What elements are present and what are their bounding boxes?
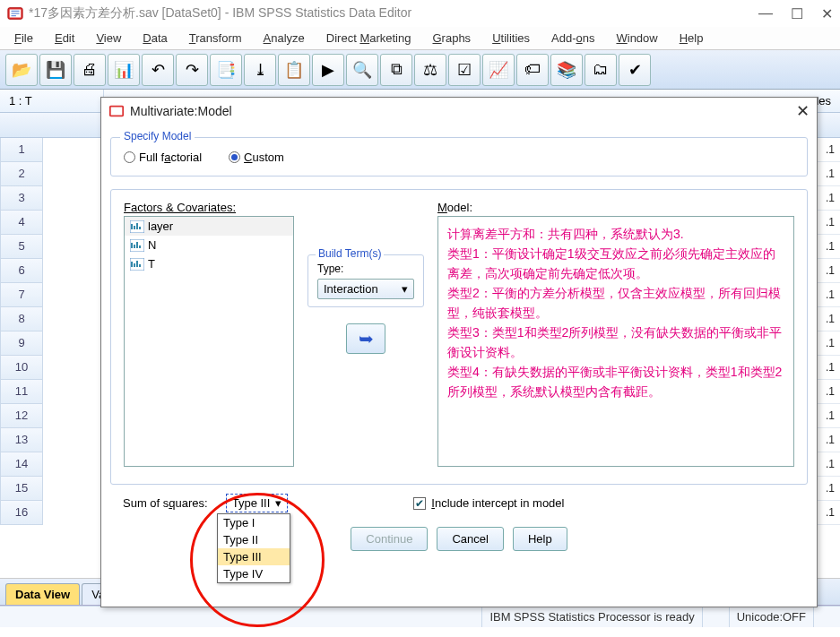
factors-listbox[interactable]: layerNT <box>124 216 294 467</box>
row-header[interactable]: 16 <box>0 501 43 525</box>
model-listbox[interactable]: 计算离差平方和：共有四种，系统默认为3.类型1：平衡设计确定1级交互效应之前必须… <box>437 216 794 467</box>
specify-model-label: Specify Model <box>120 130 195 142</box>
status-unicode: Unicode:OFF <box>729 607 813 627</box>
row-header[interactable]: 3 <box>0 186 43 211</box>
multivariate-model-dialog: Multivariate:Model ✕ Specify Model Full … <box>100 97 818 607</box>
build-terms-label: Build Term(s) <box>316 247 384 260</box>
variables-icon[interactable]: 📋 <box>278 54 310 86</box>
chevron-down-icon: ▾ <box>402 282 408 296</box>
row-header[interactable]: 12 <box>0 404 43 428</box>
menu-direct-marketing[interactable]: Direct Marketing <box>317 30 420 47</box>
row-header[interactable]: 14 <box>0 452 43 477</box>
factor-item[interactable]: layer <box>125 217 293 236</box>
sum-option[interactable]: Type I <box>218 514 290 531</box>
chevron-down-icon: ▾ <box>275 496 281 510</box>
find-icon[interactable]: 🔍 <box>346 54 378 86</box>
specify-model-group: Specify Model Full factorial Custom <box>110 137 808 176</box>
row-header[interactable]: 9 <box>0 331 43 356</box>
window-titlebar: *17多因素方差分析.sav [DataSet0] - IBM SPSS Sta… <box>0 0 840 27</box>
radio-full-factorial[interactable]: Full factorial <box>124 151 202 164</box>
radio-custom[interactable]: Custom <box>229 151 284 164</box>
select-icon[interactable]: ☑ <box>448 54 481 86</box>
help-button[interactable]: Help <box>513 527 567 551</box>
menu-data[interactable]: Data <box>134 30 176 47</box>
menu-file[interactable]: File <box>5 30 42 47</box>
recall-icon[interactable]: 📊 <box>108 54 140 86</box>
use-sets-icon[interactable]: 📚 <box>550 54 583 86</box>
row-header[interactable]: 15 <box>0 477 43 501</box>
sum-of-squares-combo[interactable]: Type III▾ <box>226 494 289 512</box>
value-labels-icon[interactable]: 🏷 <box>516 54 549 86</box>
goto-icon[interactable]: 📑 <box>210 54 242 86</box>
split-icon[interactable]: ⧉ <box>380 54 412 86</box>
menu-view[interactable]: View <box>87 30 130 47</box>
undo-icon[interactable]: ↶ <box>142 54 174 86</box>
chart-icon[interactable]: 📈 <box>482 54 515 86</box>
cancel-button[interactable]: Cancel <box>437 527 503 551</box>
status-processor: IBM SPSS Statistics Processor is ready <box>481 607 701 627</box>
close-button[interactable]: ✕ <box>821 5 833 22</box>
dialog-titlebar: Multivariate:Model ✕ <box>101 98 817 125</box>
include-intercept-checkbox[interactable]: ✔Include intercept in model <box>413 496 564 510</box>
sum-option[interactable]: Type II <box>218 531 290 548</box>
row-header[interactable]: 5 <box>0 235 43 259</box>
menu-transform[interactable]: Transform <box>180 30 251 47</box>
tab-data-view[interactable]: Data View <box>5 583 80 605</box>
menu-graphs[interactable]: Graphs <box>423 30 480 47</box>
row-header[interactable]: 11 <box>0 380 43 404</box>
menu-addons[interactable]: Add-ons <box>542 30 603 47</box>
window-title: *17多因素方差分析.sav [DataSet0] - IBM SPSS Sta… <box>29 5 758 22</box>
row-header[interactable]: 2 <box>0 162 43 186</box>
goto-var-icon[interactable]: ⤓ <box>244 54 276 86</box>
svg-rect-3 <box>111 108 123 116</box>
add-term-button[interactable]: ➥ <box>346 323 385 354</box>
row-header[interactable]: 8 <box>0 307 43 331</box>
app-icon <box>7 5 23 22</box>
menu-utilities[interactable]: Utilities <box>483 30 539 47</box>
factors-label: Factors & Covariates: <box>124 201 236 214</box>
sum-of-squares-dropdown[interactable]: Type IType IIType IIIType IV <box>217 513 290 583</box>
type-label: Type: <box>317 263 414 275</box>
maximize-button[interactable]: ☐ <box>791 5 803 22</box>
print-icon[interactable]: 🖨 <box>74 54 106 86</box>
row-header[interactable]: 4 <box>0 211 43 235</box>
row-header[interactable]: 13 <box>0 428 43 452</box>
cell-reference: 1 : T <box>5 90 104 112</box>
spell-icon[interactable]: ✔ <box>619 54 651 86</box>
toolbar: 📂 💾 🖨 📊 ↶ ↷ 📑 ⤓ 📋 ▶ 🔍 ⧉ ⚖ ☑ 📈 🏷 📚 🗂 ✔ <box>0 50 840 90</box>
dialog-title: Multivariate:Model <box>130 104 232 118</box>
menu-window[interactable]: Window <box>607 30 666 47</box>
weight-icon[interactable]: ⚖ <box>414 54 446 86</box>
build-terms-group: Build Term(s) Type: Interaction▾ <box>307 254 424 307</box>
row-header[interactable]: 10 <box>0 356 43 380</box>
factor-item[interactable]: T <box>125 254 293 273</box>
model-build-group: Factors & Covariates: layerNT Build Term… <box>110 189 808 485</box>
model-label: Model: <box>437 201 472 214</box>
menu-bar: File Edit View Data Transform Analyze Di… <box>0 27 840 50</box>
row-header[interactable]: 7 <box>0 283 43 307</box>
sum-option[interactable]: Type III <box>218 548 290 565</box>
dialog-close-icon[interactable]: ✕ <box>796 101 810 121</box>
row-header[interactable]: 1 <box>0 138 43 162</box>
sum-option[interactable]: Type IV <box>218 565 290 582</box>
sets-icon[interactable]: 🗂 <box>585 54 617 86</box>
row-header[interactable]: 6 <box>0 259 43 283</box>
open-icon[interactable]: 📂 <box>5 54 38 86</box>
save-icon[interactable]: 💾 <box>39 54 72 86</box>
run-icon[interactable]: ▶ <box>312 54 344 86</box>
continue-button[interactable]: Continue <box>351 527 428 551</box>
type-combo[interactable]: Interaction▾ <box>317 279 414 299</box>
menu-analyze[interactable]: Analyze <box>255 30 314 47</box>
factor-item[interactable]: N <box>125 236 293 254</box>
status-bar: IBM SPSS Statistics Processor is ready U… <box>0 606 840 627</box>
minimize-button[interactable]: — <box>758 5 773 22</box>
sum-of-squares-label: Sum of squares: <box>123 496 208 510</box>
menu-edit[interactable]: Edit <box>46 30 83 47</box>
redo-icon[interactable]: ↷ <box>176 54 208 86</box>
menu-help[interactable]: Help <box>671 30 713 47</box>
dialog-icon <box>108 103 125 119</box>
